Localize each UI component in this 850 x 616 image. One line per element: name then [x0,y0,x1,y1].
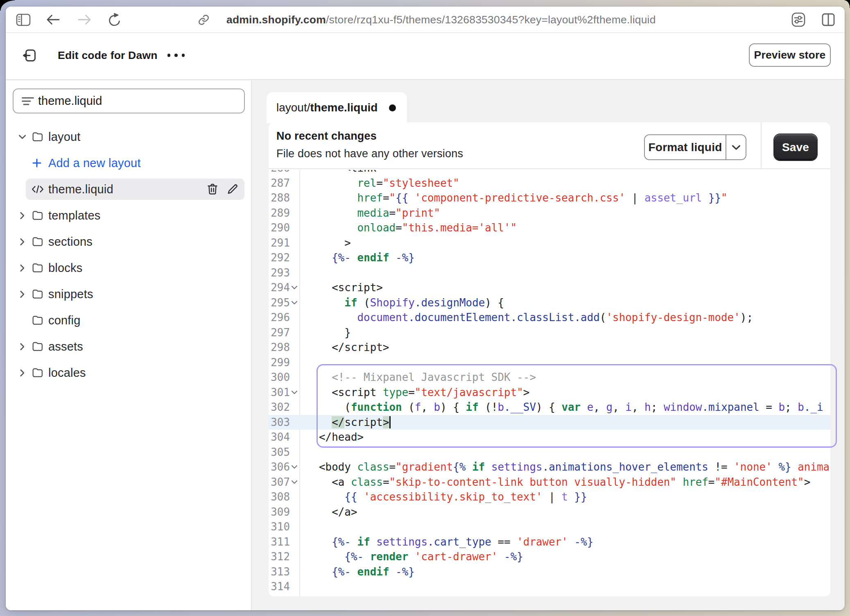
code-line-292[interactable]: 292 {%- endif -%} [269,250,830,265]
code-editor[interactable]: 286 <link287 rel="stylesheet"288 href="{… [269,170,830,596]
save-button[interactable]: Save [774,134,817,160]
more-menu-button[interactable] [164,43,188,68]
format-liquid-button[interactable]: Format liquid [644,134,746,160]
code-line-315[interactable] [269,594,830,597]
code-text: {{ 'accessibility.skip_to_text' | t }} [319,489,830,505]
fold-chevron-icon[interactable] [291,480,298,484]
line-number: 299 [269,355,290,370]
code-line-297[interactable]: 297 } [269,325,830,340]
rename-file-icon[interactable] [226,179,240,200]
code-text: } [319,325,830,340]
reader-settings-icon[interactable] [789,7,807,33]
split-view-icon[interactable] [819,7,837,33]
chevron-down-icon[interactable] [17,126,27,147]
file-search-input[interactable]: theme.liquid [13,88,245,113]
line-number: 296 [269,310,290,325]
line-number: 298 [269,340,290,355]
line-number: 297 [269,325,290,340]
code-line-296[interactable]: 296 document.documentElement.classList.a… [269,310,830,325]
code-line-286[interactable]: 286 <link [269,170,830,176]
code-line-312[interactable]: 312 {%- render 'cart-drawer' -%} [269,549,830,564]
tree-item-label: snippets [48,283,93,305]
code-text: </head> [319,430,830,445]
tree-add-layout[interactable]: Add a new layout [13,152,245,174]
code-line-287[interactable]: 287 rel="stylesheet" [269,176,830,191]
code-line-311[interactable]: 311 {%- if settings.cart_type == 'drawer… [269,534,830,550]
ellipsis-dot [182,54,185,57]
tree-item-layout[interactable]: layout [13,126,245,147]
code-line-304[interactable]: 304</head> [269,430,830,445]
delete-file-icon[interactable] [206,179,219,200]
chevron-right-icon[interactable] [17,231,27,252]
code-line-300[interactable]: 300 <!-- Mixpanel Javascript SDK --> [269,370,830,385]
chevron-right-icon[interactable] [17,362,27,383]
line-number: 288 [269,190,290,206]
folder-icon [32,336,44,357]
code-line-293[interactable]: 293 [269,265,830,281]
line-number [269,594,290,597]
fold-chevron-icon[interactable] [291,285,298,290]
tree-item-locales[interactable]: locales [13,362,245,383]
tree-item-config[interactable]: config [13,310,245,331]
tab-theme-liquid[interactable]: layout/theme.liquid [267,92,407,123]
code-line-299[interactable]: 299 [269,355,830,370]
code-text [319,519,830,534]
code-line-301[interactable]: 301 <script type="text/javascript"> [269,385,830,400]
code-line-302[interactable]: 302 (function (f, b) { if (!b.__SV) { va… [269,400,830,415]
code-line-307[interactable]: 307 <a class="skip-to-content-link butto… [269,475,830,490]
address-bar[interactable]: admin.shopify.com/store/rzq1xu-f5/themes… [198,7,656,33]
url-path: /store/rzq1xu-f5/themes/132683530345?key… [326,14,656,26]
tree-item-label: Add a new layout [48,152,141,174]
exit-button[interactable] [17,43,41,68]
tree-item-sections[interactable]: sections [13,231,245,252]
code-line-308[interactable]: 308 {{ 'accessibility.skip_to_text' | t … [269,489,830,505]
code-lines: 286 <link287 rel="stylesheet"288 href="{… [269,170,830,596]
format-dropdown-toggle[interactable] [726,135,746,159]
fold-chevron-icon[interactable] [291,301,298,305]
code-text: {%- render 'cart-drawer' -%} [319,549,830,564]
preview-store-button[interactable]: Preview store [749,43,831,67]
code-line-306[interactable]: 306<body class="gradient{% if settings.a… [269,460,830,475]
tree-item-templates[interactable]: templates [13,205,245,226]
chevron-down-icon [732,145,741,150]
tree-item-blocks[interactable]: blocks [13,257,245,279]
forward-icon[interactable] [75,7,93,33]
code-line-294[interactable]: 294 <script> [269,280,830,295]
code-line-314[interactable]: 314 [269,579,830,594]
fold-chevron-icon[interactable] [291,390,298,394]
code-line-313[interactable]: 313 {%- endif -%} [269,564,830,580]
filter-icon [22,96,34,106]
code-line-309[interactable]: 309 </a> [269,505,830,520]
sidebar-toggle-icon[interactable] [14,7,33,33]
code-text: if (Shopify.designMode) { [319,295,830,310]
code-text: {%- endif -%} [319,564,830,580]
screen-corner-top-right [845,0,850,8]
code-line-290[interactable]: 290 onload="this.media='all'" [269,220,830,236]
code-line-298[interactable]: 298 </script> [269,340,830,355]
code-text: href="{{ 'component-predictive-search.cs… [319,190,830,206]
code-text: </script> [319,340,830,355]
back-icon[interactable] [44,7,62,33]
code-text: {%- if settings.cart_type == 'drawer' -%… [319,534,830,550]
code-line-288[interactable]: 288 href="{{ 'component-predictive-searc… [269,190,830,206]
code-text [319,594,830,597]
code-line-291[interactable]: 291 > [269,236,830,251]
folder-icon [32,126,44,147]
tree-item-snippets[interactable]: snippets [13,283,245,305]
link-icon [198,14,210,26]
code-line-295[interactable]: 295 if (Shopify.designMode) { [269,295,830,310]
fold-chevron-icon[interactable] [291,465,298,469]
chevron-right-icon[interactable] [17,283,27,305]
code-line-289[interactable]: 289 media="print" [269,206,830,221]
chevron-right-icon[interactable] [17,205,27,226]
editor-main: layout/theme.liquid No recent changes Fi… [253,81,845,610]
code-line-310[interactable]: 310 [269,519,830,534]
tree-item-theme-liquid[interactable]: theme.liquid [13,179,245,200]
code-line-305[interactable]: 305 [269,445,830,460]
chevron-right-icon[interactable] [17,336,27,357]
chevron-right-icon[interactable] [17,257,27,279]
tree-item-assets[interactable]: assets [13,336,245,357]
code-text: <body class="gradient{% if settings.anim… [319,460,830,475]
reload-icon[interactable] [106,7,124,33]
code-line-303[interactable]: 303 </script> [269,415,830,430]
